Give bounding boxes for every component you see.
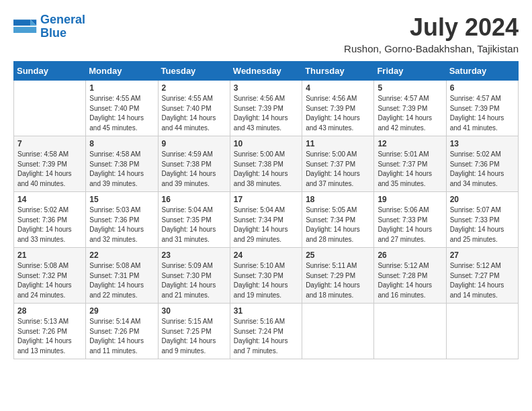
day-number: 13 xyxy=(450,139,515,148)
day-info: Sunrise: 4:57 AMSunset: 7:39 PMDaylight:… xyxy=(378,94,442,133)
calendar: SundayMondayTuesdayWednesdayThursdayFrid… xyxy=(13,61,519,359)
day-number: 24 xyxy=(234,250,298,260)
day-cell: 30Sunrise: 5:15 AMSunset: 7:25 PMDayligh… xyxy=(158,304,230,359)
day-number: 28 xyxy=(17,306,82,316)
day-info: Sunrise: 5:00 AMSunset: 7:37 PMDaylight:… xyxy=(306,150,370,189)
day-cell: 11Sunrise: 5:00 AMSunset: 7:37 PMDayligh… xyxy=(302,136,374,192)
day-info: Sunrise: 5:08 AMSunset: 7:32 PMDaylight:… xyxy=(17,261,82,300)
day-cell: 20Sunrise: 5:07 AMSunset: 7:33 PMDayligh… xyxy=(446,192,518,248)
week-row-3: 14Sunrise: 5:02 AMSunset: 7:36 PMDayligh… xyxy=(14,192,519,248)
day-info: Sunrise: 5:06 AMSunset: 7:33 PMDaylight:… xyxy=(378,205,442,244)
day-number: 12 xyxy=(378,139,442,148)
day-info: Sunrise: 5:12 AMSunset: 7:28 PMDaylight:… xyxy=(378,261,442,300)
day-info: Sunrise: 4:56 AMSunset: 7:39 PMDaylight:… xyxy=(306,94,370,133)
day-info: Sunrise: 5:08 AMSunset: 7:31 PMDaylight:… xyxy=(89,261,154,300)
day-cell: 2Sunrise: 4:55 AMSunset: 7:40 PMDaylight… xyxy=(158,81,230,136)
day-number: 8 xyxy=(89,139,154,148)
month-year: July 2024 xyxy=(344,13,519,42)
day-cell: 4Sunrise: 4:56 AMSunset: 7:39 PMDaylight… xyxy=(302,81,374,136)
day-cell: 8Sunrise: 4:58 AMSunset: 7:38 PMDaylight… xyxy=(86,136,158,192)
day-info: Sunrise: 5:12 AMSunset: 7:27 PMDaylight:… xyxy=(450,261,515,300)
day-info: Sunrise: 5:04 AMSunset: 7:35 PMDaylight:… xyxy=(162,205,226,244)
day-cell: 12Sunrise: 5:01 AMSunset: 7:37 PMDayligh… xyxy=(374,136,446,192)
day-number: 3 xyxy=(234,83,298,93)
day-info: Sunrise: 5:02 AMSunset: 7:36 PMDaylight:… xyxy=(17,205,82,244)
day-number: 5 xyxy=(378,83,442,93)
day-info: Sunrise: 5:00 AMSunset: 7:38 PMDaylight:… xyxy=(234,150,298,189)
day-cell: 16Sunrise: 5:04 AMSunset: 7:35 PMDayligh… xyxy=(158,192,230,248)
day-info: Sunrise: 5:03 AMSunset: 7:36 PMDaylight:… xyxy=(89,205,154,244)
day-number: 1 xyxy=(89,83,154,93)
logo-text: General Blue xyxy=(40,13,85,40)
day-info: Sunrise: 5:11 AMSunset: 7:29 PMDaylight:… xyxy=(306,261,370,300)
calendar-body: 1Sunrise: 4:55 AMSunset: 7:40 PMDaylight… xyxy=(14,81,519,359)
day-cell: 31Sunrise: 5:16 AMSunset: 7:24 PMDayligh… xyxy=(230,304,302,359)
header-thursday: Thursday xyxy=(302,62,374,81)
header-tuesday: Tuesday xyxy=(158,62,230,81)
day-info: Sunrise: 4:59 AMSunset: 7:38 PMDaylight:… xyxy=(162,150,226,189)
day-number: 14 xyxy=(17,195,82,204)
day-cell: 21Sunrise: 5:08 AMSunset: 7:32 PMDayligh… xyxy=(14,248,86,304)
day-info: Sunrise: 4:55 AMSunset: 7:40 PMDaylight:… xyxy=(162,94,226,133)
header-monday: Monday xyxy=(86,62,158,81)
day-info: Sunrise: 5:13 AMSunset: 7:26 PMDaylight:… xyxy=(17,317,82,356)
day-number: 21 xyxy=(17,250,82,260)
day-info: Sunrise: 4:58 AMSunset: 7:39 PMDaylight:… xyxy=(17,150,82,189)
page-header: General Blue July 2024 Rushon, Gorno-Bad… xyxy=(13,13,519,54)
day-info: Sunrise: 5:10 AMSunset: 7:30 PMDaylight:… xyxy=(234,261,298,300)
day-number: 11 xyxy=(306,139,370,148)
logo-line2: Blue xyxy=(40,27,85,40)
day-number: 15 xyxy=(89,195,154,204)
day-number: 25 xyxy=(306,250,370,260)
day-cell: 9Sunrise: 4:59 AMSunset: 7:38 PMDaylight… xyxy=(158,136,230,192)
day-number: 29 xyxy=(89,306,154,316)
location: Rushon, Gorno-Badakhshan, Tajikistan xyxy=(344,43,519,54)
calendar-header: SundayMondayTuesdayWednesdayThursdayFrid… xyxy=(14,62,519,81)
day-info: Sunrise: 5:09 AMSunset: 7:30 PMDaylight:… xyxy=(162,261,226,300)
day-info: Sunrise: 5:01 AMSunset: 7:37 PMDaylight:… xyxy=(378,150,442,189)
day-info: Sunrise: 5:14 AMSunset: 7:26 PMDaylight:… xyxy=(89,317,154,356)
header-friday: Friday xyxy=(374,62,446,81)
day-number: 23 xyxy=(162,250,226,260)
day-cell: 14Sunrise: 5:02 AMSunset: 7:36 PMDayligh… xyxy=(14,192,86,248)
day-cell: 27Sunrise: 5:12 AMSunset: 7:27 PMDayligh… xyxy=(446,248,518,304)
day-cell: 28Sunrise: 5:13 AMSunset: 7:26 PMDayligh… xyxy=(14,304,86,359)
day-info: Sunrise: 4:58 AMSunset: 7:38 PMDaylight:… xyxy=(89,150,154,189)
day-cell: 29Sunrise: 5:14 AMSunset: 7:26 PMDayligh… xyxy=(86,304,158,359)
week-row-1: 1Sunrise: 4:55 AMSunset: 7:40 PMDaylight… xyxy=(14,81,519,136)
header-row: SundayMondayTuesdayWednesdayThursdayFrid… xyxy=(14,62,519,81)
header-saturday: Saturday xyxy=(446,62,518,81)
day-number: 20 xyxy=(450,195,515,204)
week-row-5: 28Sunrise: 5:13 AMSunset: 7:26 PMDayligh… xyxy=(14,304,519,359)
day-info: Sunrise: 4:57 AMSunset: 7:39 PMDaylight:… xyxy=(450,94,515,133)
header-wednesday: Wednesday xyxy=(230,62,302,81)
svg-rect-3 xyxy=(13,19,30,26)
day-number: 17 xyxy=(234,195,298,204)
day-info: Sunrise: 5:05 AMSunset: 7:34 PMDaylight:… xyxy=(306,205,370,244)
day-number: 18 xyxy=(306,195,370,204)
day-info: Sunrise: 5:07 AMSunset: 7:33 PMDaylight:… xyxy=(450,205,515,244)
day-cell xyxy=(374,304,446,359)
day-cell: 18Sunrise: 5:05 AMSunset: 7:34 PMDayligh… xyxy=(302,192,374,248)
day-number: 16 xyxy=(162,195,226,204)
day-cell: 5Sunrise: 4:57 AMSunset: 7:39 PMDaylight… xyxy=(374,81,446,136)
day-number: 9 xyxy=(162,139,226,148)
day-number: 6 xyxy=(450,83,515,93)
header-sunday: Sunday xyxy=(14,62,86,81)
day-cell: 22Sunrise: 5:08 AMSunset: 7:31 PMDayligh… xyxy=(86,248,158,304)
day-cell: 3Sunrise: 4:56 AMSunset: 7:39 PMDaylight… xyxy=(230,81,302,136)
week-row-2: 7Sunrise: 4:58 AMSunset: 7:39 PMDaylight… xyxy=(14,136,519,192)
title-block: July 2024 Rushon, Gorno-Badakhshan, Taji… xyxy=(344,13,519,54)
day-cell: 7Sunrise: 4:58 AMSunset: 7:39 PMDaylight… xyxy=(14,136,86,192)
day-cell: 25Sunrise: 5:11 AMSunset: 7:29 PMDayligh… xyxy=(302,248,374,304)
day-cell: 10Sunrise: 5:00 AMSunset: 7:38 PMDayligh… xyxy=(230,136,302,192)
day-info: Sunrise: 4:55 AMSunset: 7:40 PMDaylight:… xyxy=(89,94,154,133)
day-info: Sunrise: 5:16 AMSunset: 7:24 PMDaylight:… xyxy=(234,317,298,356)
day-info: Sunrise: 5:15 AMSunset: 7:25 PMDaylight:… xyxy=(162,317,226,356)
day-cell: 19Sunrise: 5:06 AMSunset: 7:33 PMDayligh… xyxy=(374,192,446,248)
day-cell: 13Sunrise: 5:02 AMSunset: 7:36 PMDayligh… xyxy=(446,136,518,192)
day-number: 30 xyxy=(162,306,226,316)
day-info: Sunrise: 4:56 AMSunset: 7:39 PMDaylight:… xyxy=(234,94,298,133)
day-number: 19 xyxy=(378,195,442,204)
day-number: 4 xyxy=(306,83,370,93)
